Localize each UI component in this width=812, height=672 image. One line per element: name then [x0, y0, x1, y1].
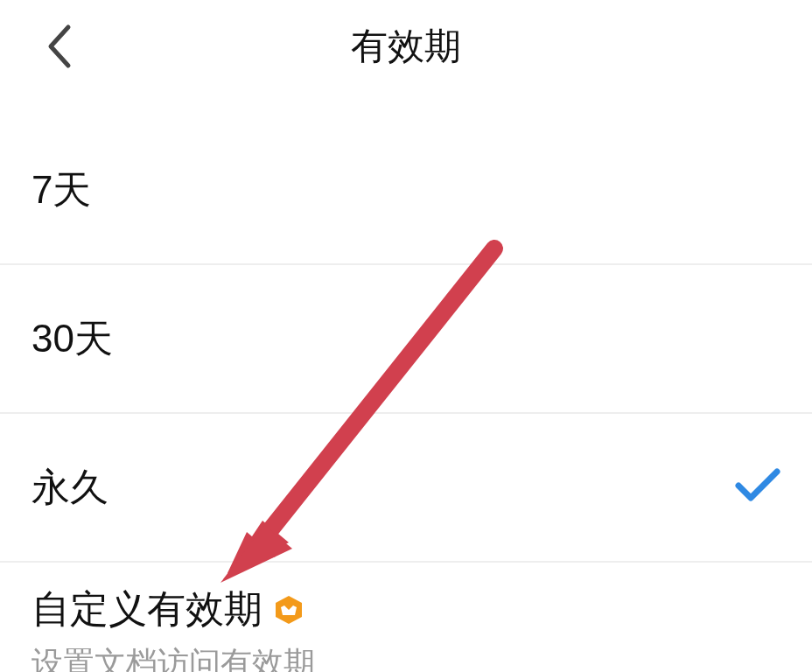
- premium-badge-icon: [273, 594, 304, 626]
- option-30days[interactable]: 30天: [0, 265, 812, 414]
- option-custom-expiry[interactable]: 自定义有效期 设置文档访问有效期: [0, 563, 812, 672]
- custom-row: 自定义有效期: [32, 584, 780, 635]
- header: 有效期: [0, 0, 812, 92]
- custom-subtitle: 设置文档访问有效期: [32, 642, 780, 672]
- option-label: 30天: [32, 313, 113, 365]
- back-button[interactable]: [46, 24, 74, 69]
- page-title: 有效期: [35, 22, 777, 71]
- checkmark-icon: [735, 468, 780, 507]
- chevron-left-icon: [46, 24, 74, 69]
- options-list: 7天 30天 永久 自定义有效期 设置文档访问有效期: [0, 116, 812, 672]
- custom-label: 自定义有效期: [32, 584, 262, 635]
- option-7days[interactable]: 7天: [0, 116, 812, 265]
- option-label: 永久: [32, 462, 108, 514]
- option-permanent[interactable]: 永久: [0, 414, 812, 563]
- option-label: 7天: [32, 164, 91, 216]
